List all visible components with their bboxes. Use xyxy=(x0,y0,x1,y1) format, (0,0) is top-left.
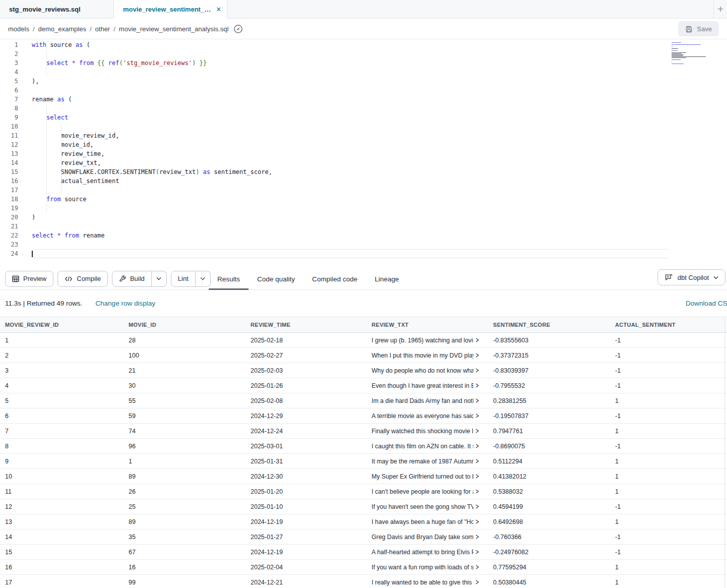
expand-cell-icon[interactable] xyxy=(475,504,479,509)
code-line[interactable]: 24 xyxy=(0,249,727,258)
cell-actual_sentiment: -1 xyxy=(610,352,727,359)
cell-review_txt: I can't believe people are looking for a… xyxy=(367,488,488,495)
code-line[interactable]: 5), xyxy=(0,77,727,86)
code-line[interactable]: 23 xyxy=(0,240,727,249)
expand-cell-icon[interactable] xyxy=(475,398,479,403)
code-line[interactable]: 10 xyxy=(0,122,727,131)
dbt-copilot-button[interactable]: dbt Copilot xyxy=(657,269,725,285)
tab-code-quality[interactable]: Code quality xyxy=(249,268,304,290)
cell-review_txt: A half-hearted attempt to bring Elvis P… xyxy=(367,549,488,556)
cell-sentiment_score: -0.8690075 xyxy=(488,443,610,450)
expand-cell-icon[interactable] xyxy=(475,489,479,494)
line-number: 14 xyxy=(0,158,18,167)
code-line[interactable]: 7rename as ( xyxy=(0,95,727,104)
save-button[interactable]: Save xyxy=(678,21,719,36)
code-line[interactable]: 9 select xyxy=(0,113,727,122)
cell-actual_sentiment: 1 xyxy=(610,473,727,480)
table-row: 16162025-02-04If you want a fun romp wit… xyxy=(0,560,727,575)
save-label: Save xyxy=(697,25,712,33)
code-line[interactable]: 1with source as ( xyxy=(0,40,727,49)
code-line[interactable]: 21 xyxy=(0,222,727,231)
expand-cell-icon[interactable] xyxy=(475,519,479,524)
expand-cell-icon[interactable] xyxy=(475,428,479,434)
code-line[interactable]: 18 from source xyxy=(0,195,727,204)
code-line[interactable]: 4 xyxy=(0,68,727,77)
code-editor[interactable]: 1with source as (23 select * from {{ ref… xyxy=(0,39,727,268)
build-dropdown-chevron[interactable] xyxy=(152,271,167,287)
code-line[interactable]: 11 movie_review_id, xyxy=(0,131,727,140)
cell-review_txt: It may be the remake of 1987 Autumn'… xyxy=(367,458,488,465)
cell-sentiment_score: -0.7955532 xyxy=(488,382,610,389)
compile-button[interactable]: Compile xyxy=(57,271,108,287)
code-line[interactable]: 20) xyxy=(0,213,727,222)
tab-compiled-code[interactable]: Compiled code xyxy=(304,268,366,290)
tab-stg-movie-reviews[interactable]: stg_movie_reviews.sql xyxy=(0,0,113,19)
code-line[interactable]: 22select * from rename xyxy=(0,231,727,240)
change-row-display-link[interactable]: Change row display xyxy=(95,300,155,307)
line-number: 11 xyxy=(0,131,18,140)
file-tab-bar: stg_movie_reviews.sql movie_review_senti… xyxy=(0,0,727,19)
line-number: 6 xyxy=(0,86,18,95)
cell-review_time: 2025-02-03 xyxy=(246,367,367,374)
expand-cell-icon[interactable] xyxy=(475,579,479,585)
line-number: 23 xyxy=(0,240,18,249)
expand-cell-icon[interactable] xyxy=(475,474,479,479)
cell-review_txt: Why do people who do not know what… xyxy=(367,367,488,374)
breadcrumb-row: models / demo_examples / other / movie_r… xyxy=(0,19,727,39)
expand-cell-icon[interactable] xyxy=(475,413,479,419)
line-number: 2 xyxy=(0,49,18,58)
code-line[interactable]: 13 review_time, xyxy=(0,149,727,158)
tab-movie-review-sentiment-analysis[interactable]: movie_review_sentiment_… ✕ xyxy=(113,0,227,19)
expand-cell-icon[interactable] xyxy=(475,564,479,570)
code-line[interactable]: 15 SNOWFLAKE.CORTEX.SENTIMENT(review_txt… xyxy=(0,167,727,177)
breadcrumb-segment-filename: movie_review_sentiment_analysis.sql xyxy=(119,25,229,33)
code-line[interactable]: 3 select * from {{ ref('stg_movie_review… xyxy=(0,58,727,68)
cell-sentiment_score: -0.83555603 xyxy=(488,337,610,344)
copilot-chat-icon xyxy=(664,273,673,281)
tab-lineage[interactable]: Lineage xyxy=(366,268,407,290)
results-toolbar: Preview Compile Build Lint xyxy=(0,268,727,290)
code-line[interactable]: 16 actual_sentiment xyxy=(0,177,727,186)
minimap[interactable] xyxy=(672,42,707,67)
cell-movie_id: 99 xyxy=(124,579,246,586)
code-line[interactable]: 2 xyxy=(0,49,727,58)
new-tab-button[interactable]: + xyxy=(713,0,727,18)
preview-button[interactable]: Preview xyxy=(5,271,53,287)
expand-cell-icon[interactable] xyxy=(475,443,479,449)
lint-button[interactable]: Lint xyxy=(171,271,196,287)
cell-review_time: 2024-12-30 xyxy=(246,473,367,480)
expand-cell-icon[interactable] xyxy=(475,352,479,358)
code-line[interactable]: 19 xyxy=(0,204,727,213)
expand-cell-icon[interactable] xyxy=(475,458,479,464)
expand-cell-icon[interactable] xyxy=(475,383,479,388)
toolbar-divider xyxy=(202,272,202,286)
line-number: 18 xyxy=(0,195,18,204)
column-header: SENTIMENT_SCORE xyxy=(488,322,610,328)
cell-movie_review_id: 12 xyxy=(0,503,124,510)
cell-review_time: 2024-12-19 xyxy=(246,518,367,525)
cell-review_txt: I caught this film on AZN on cable. It s… xyxy=(367,443,488,450)
expand-cell-icon[interactable] xyxy=(475,337,479,343)
cell-movie_review_id: 3 xyxy=(0,367,124,374)
cell-movie_id: 16 xyxy=(124,564,246,571)
cell-review_time: 2025-02-08 xyxy=(246,397,367,404)
line-number: 21 xyxy=(0,222,18,231)
download-csv-link[interactable]: Download CSV xyxy=(686,300,727,307)
cell-actual_sentiment: -1 xyxy=(610,337,727,344)
code-line[interactable]: 17 xyxy=(0,186,727,195)
code-line[interactable]: 12 movie_id, xyxy=(0,140,727,149)
expand-cell-icon[interactable] xyxy=(475,368,479,373)
code-line[interactable]: 14 review_txt, xyxy=(0,158,727,167)
indent-guide xyxy=(46,104,47,213)
build-button[interactable]: Build xyxy=(112,271,152,287)
close-tab-icon[interactable]: ✕ xyxy=(216,6,221,13)
tab-results[interactable]: Results xyxy=(209,268,249,290)
code-line[interactable]: 8 xyxy=(0,104,727,113)
expand-cell-icon[interactable] xyxy=(475,534,479,540)
cell-actual_sentiment: 1 xyxy=(610,518,727,525)
cell-movie_id: 100 xyxy=(124,352,246,359)
compass-icon[interactable] xyxy=(233,24,243,34)
cell-movie_review_id: 5 xyxy=(0,397,124,404)
code-line[interactable]: 6 xyxy=(0,86,727,95)
expand-cell-icon[interactable] xyxy=(475,549,479,555)
